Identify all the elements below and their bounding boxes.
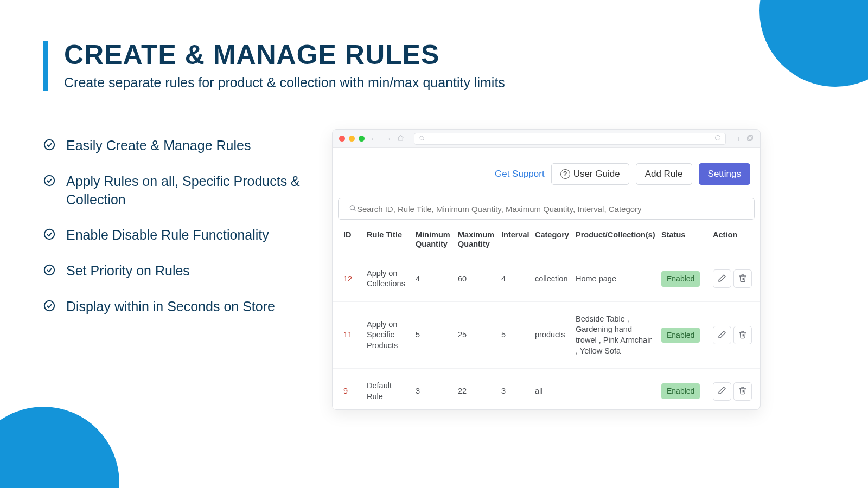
- col-action: Action: [709, 223, 760, 256]
- check-circle-icon: [43, 228, 56, 241]
- get-support-link[interactable]: Get Support: [495, 169, 545, 179]
- browser-chrome: ← → +: [333, 130, 760, 148]
- cell-category: all: [531, 369, 571, 410]
- app-toolbar: Get Support ? User Guide Add Rule Settin…: [333, 148, 760, 198]
- feature-item: Apply Rules on all, Specific Products & …: [43, 172, 320, 209]
- cell-category: collection: [531, 256, 571, 301]
- settings-button[interactable]: Settings: [699, 163, 750, 185]
- cell-product: Home page: [571, 256, 657, 301]
- svg-point-1: [44, 176, 54, 185]
- reload-icon[interactable]: [714, 134, 721, 143]
- cell-product: Bedside Table , Gardening hand trowel , …: [571, 301, 657, 368]
- check-circle-icon: [43, 139, 56, 152]
- status-badge: Enabled: [661, 328, 700, 343]
- table-row: 12Apply on Collections4604collectionHome…: [333, 256, 760, 301]
- search-input[interactable]: [338, 198, 755, 220]
- svg-point-9: [350, 206, 354, 210]
- cell-title: Apply on Specific Products: [362, 301, 411, 368]
- decorative-blob-top: [760, 0, 868, 87]
- edit-button[interactable]: [713, 382, 731, 401]
- search-wrap: [338, 198, 755, 220]
- delete-button[interactable]: [733, 382, 752, 401]
- new-tab-icon[interactable]: +: [737, 134, 741, 143]
- back-icon[interactable]: ←: [369, 134, 379, 143]
- cell-max: 25: [454, 301, 497, 368]
- col-status: Status: [657, 223, 709, 256]
- cell-min: 3: [411, 369, 454, 410]
- svg-rect-8: [748, 136, 752, 140]
- delete-button[interactable]: [733, 326, 752, 344]
- status-badge: Enabled: [661, 383, 700, 399]
- cell-title: Default Rule: [362, 369, 411, 410]
- table-row: 11Apply on Specific Products5255products…: [333, 301, 760, 368]
- search-icon: [419, 135, 425, 143]
- edit-button[interactable]: [713, 269, 731, 288]
- maximize-window-icon[interactable]: [359, 136, 365, 142]
- decorative-blob-bottom: [0, 407, 119, 488]
- cell-product: [571, 369, 657, 410]
- traffic-lights: [339, 136, 365, 142]
- url-bar[interactable]: [414, 133, 726, 145]
- cell-title: Apply on Collections: [362, 256, 411, 301]
- minimize-window-icon[interactable]: [349, 136, 355, 142]
- col-category: Category: [531, 223, 571, 256]
- search-icon: [349, 204, 356, 214]
- page-subtitle: Create separate rules for product & coll…: [64, 75, 505, 91]
- trash-icon: [738, 330, 747, 341]
- feature-item: Enable Disable Rule Functionality: [43, 226, 320, 245]
- svg-rect-7: [749, 135, 753, 139]
- feature-item: Display within in Seconds on Store: [43, 298, 320, 316]
- cell-interval: 4: [497, 256, 531, 301]
- home-icon[interactable]: [397, 134, 404, 144]
- feature-text: Set Priority on Rules: [66, 262, 190, 280]
- table-row: 9Default Rule3223allEnabled: [333, 369, 760, 410]
- col-id: ID: [333, 223, 362, 256]
- cell-status: Enabled: [657, 256, 709, 301]
- pencil-icon: [718, 274, 726, 284]
- col-rule-title: Rule Title: [362, 223, 411, 256]
- tabs-icon[interactable]: [746, 134, 754, 143]
- cell-category: products: [531, 301, 571, 368]
- table-header-row: ID Rule Title Minimum Quantity Maximum Q…: [333, 223, 760, 256]
- svg-point-2: [44, 229, 54, 239]
- cell-action: [709, 301, 760, 368]
- trash-icon: [738, 386, 747, 396]
- trash-icon: [738, 274, 747, 284]
- check-circle-icon: [43, 300, 56, 313]
- feature-text: Display within in Seconds on Store: [66, 298, 275, 316]
- cell-max: 60: [454, 256, 497, 301]
- delete-button[interactable]: [733, 269, 752, 288]
- user-guide-label: User Guide: [573, 169, 620, 179]
- cell-interval: 5: [497, 301, 531, 368]
- user-guide-button[interactable]: ? User Guide: [551, 163, 629, 185]
- forward-icon[interactable]: →: [383, 134, 393, 143]
- add-rule-button[interactable]: Add Rule: [636, 163, 692, 185]
- cell-id: 12: [333, 256, 362, 301]
- col-product: Product/Collection(s): [571, 223, 657, 256]
- cell-id: 11: [333, 301, 362, 368]
- hero: CREATE & MANAGE RULES Create separate ru…: [43, 41, 505, 91]
- svg-line-6: [423, 139, 424, 140]
- page-title: CREATE & MANAGE RULES: [64, 41, 505, 69]
- svg-point-5: [420, 136, 423, 139]
- browser-window: ← → + Get Support ? User Guide Add Rule …: [332, 129, 761, 410]
- check-circle-icon: [43, 175, 56, 188]
- check-circle-icon: [43, 264, 56, 277]
- help-icon: ?: [560, 169, 570, 179]
- status-badge: Enabled: [661, 271, 700, 287]
- pencil-icon: [718, 386, 726, 396]
- cell-status: Enabled: [657, 301, 709, 368]
- cell-action: [709, 256, 760, 301]
- cell-interval: 3: [497, 369, 531, 410]
- feature-list: Easily Create & Manage RulesApply Rules …: [43, 137, 320, 333]
- cell-action: [709, 369, 760, 410]
- col-max-qty: Maximum Quantity: [454, 223, 497, 256]
- cell-id: 9: [333, 369, 362, 410]
- svg-line-10: [354, 209, 355, 211]
- close-window-icon[interactable]: [339, 136, 345, 142]
- col-interval: Interval: [497, 223, 531, 256]
- feature-text: Apply Rules on all, Specific Products & …: [66, 172, 320, 209]
- cell-min: 4: [411, 256, 454, 301]
- edit-button[interactable]: [713, 326, 731, 344]
- feature-text: Easily Create & Manage Rules: [66, 137, 251, 155]
